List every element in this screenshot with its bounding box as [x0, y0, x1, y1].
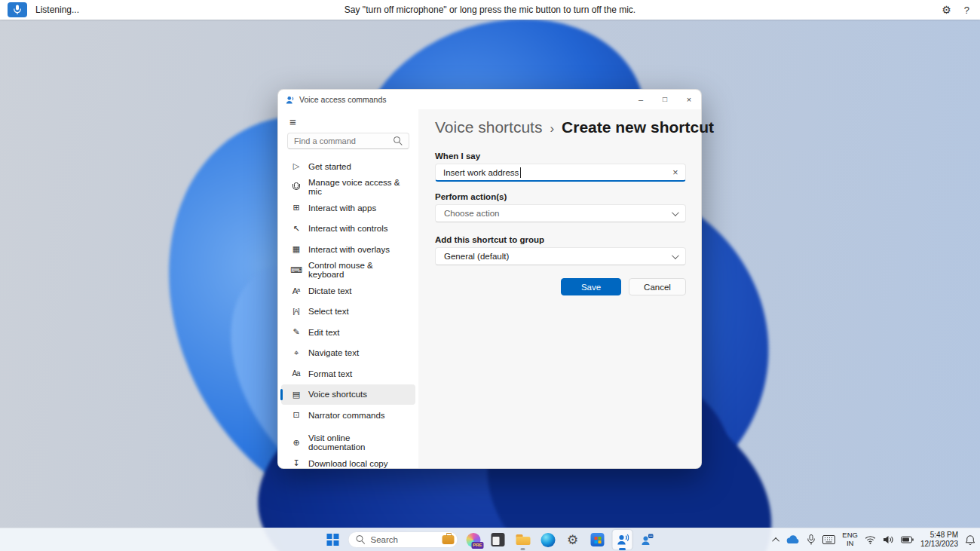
maximize-button[interactable]: □: [653, 90, 677, 109]
group-dropdown[interactable]: General (default): [435, 247, 686, 265]
sidebar-item-label: Interact with overlays: [308, 245, 390, 254]
sidebar-item-label: Download local copy: [308, 459, 387, 468]
taskbar-app-people-chat[interactable]: [638, 530, 657, 549]
sidebar-item-select-text[interactable]: [A] Select text: [281, 302, 415, 323]
when-i-say-input[interactable]: [436, 168, 666, 177]
breadcrumb: Voice shortcuts › Create new shortcut: [435, 118, 714, 136]
taskbar-app-store[interactable]: [588, 530, 608, 549]
apps-grid-icon: ⊞: [289, 203, 303, 213]
find-command-searchbox[interactable]: [287, 133, 409, 149]
date: 12/13/2023: [920, 540, 958, 549]
sidebar-item-label: Interact with apps: [308, 204, 376, 213]
desktop: Listening... Say "turn off microphone" o…: [0, 0, 980, 551]
listening-status: Listening...: [35, 5, 79, 15]
clear-text-icon[interactable]: ×: [666, 167, 685, 178]
sidebar-item-interact-apps[interactable]: ⊞ Interact with apps: [281, 197, 415, 219]
running-indicator: [521, 548, 525, 550]
taskbar: Search PRE ⚙: [0, 528, 980, 551]
volume-icon[interactable]: [883, 535, 894, 544]
window-titlebar: Voice access commands – □ ×: [278, 90, 701, 109]
sidebar-item-download-local-copy[interactable]: ↧ Download local copy: [281, 453, 415, 474]
voice-shortcuts-icon: ▤: [289, 390, 303, 399]
sidebar-item-get-started[interactable]: ▷ Get started: [281, 156, 415, 177]
edit-pencil-icon: ✎: [289, 327, 303, 337]
perform-actions-label: Perform action(s): [435, 192, 507, 201]
when-i-say-label: When I say: [435, 152, 480, 161]
mic-tray-icon[interactable]: [807, 534, 816, 545]
taskbar-app-voice-access[interactable]: [613, 530, 632, 549]
sidebar-item-online-documentation[interactable]: ⊕ Visit online documentation: [281, 433, 415, 454]
sidebar-item-label: Navigate text: [308, 348, 359, 357]
choose-action-dropdown[interactable]: Choose action: [435, 204, 686, 222]
text-caret: [520, 167, 521, 178]
time: 5:48 PM: [920, 531, 958, 540]
sidebar-item-control-mouse-keyboard[interactable]: ⌨ Control mouse & keyboard: [281, 260, 415, 281]
sidebar-item-label: Voice shortcuts: [308, 390, 367, 399]
breadcrumb-voice-shortcuts[interactable]: Voice shortcuts: [435, 118, 542, 136]
download-icon: ↧: [289, 458, 303, 468]
sidebar-item-interact-overlays[interactable]: ▦ Interact with overlays: [281, 239, 415, 260]
sidebar-item-interact-controls[interactable]: ↖ Interact with controls: [281, 219, 415, 240]
when-i-say-field[interactable]: ×: [435, 164, 686, 182]
tray-overflow-chevron-icon[interactable]: [772, 537, 779, 544]
search-highlight-icon: [443, 535, 455, 544]
voice-access-commands-window: Voice access commands – □ × ≡ ▷ Get star…: [277, 89, 702, 469]
wifi-icon[interactable]: [865, 535, 876, 544]
notification-bell-icon[interactable]: [965, 534, 975, 546]
language-bottom: IN: [842, 540, 858, 548]
settings-gear-icon: ⚙: [567, 534, 578, 546]
windows-logo-icon: [327, 534, 339, 546]
save-button[interactable]: Save: [561, 278, 621, 295]
window-title: Voice access commands: [299, 95, 387, 104]
clock[interactable]: 5:48 PM 12/13/2023: [920, 531, 958, 549]
sidebar-item-navigate-text[interactable]: ⌖ Navigate text: [281, 343, 415, 364]
taskbar-app-recorder[interactable]: [488, 530, 508, 549]
chevron-down-icon: [672, 252, 679, 259]
search-placeholder: Search: [371, 535, 437, 544]
taskbar-app-edge[interactable]: [538, 530, 558, 549]
touch-keyboard-icon[interactable]: [822, 535, 835, 544]
chevron-down-icon: [672, 209, 679, 216]
find-command-input[interactable]: [294, 136, 389, 145]
group-value: General (default): [444, 252, 509, 261]
choose-action-value: Choose action: [444, 209, 500, 218]
close-button[interactable]: ×: [677, 90, 701, 109]
sidebar-item-dictate-text[interactable]: Aᵃ Dictate text: [281, 280, 415, 302]
battery-icon[interactable]: [901, 536, 914, 543]
sidebar-item-manage-voice-access[interactable]: Manage voice access & mic: [281, 177, 415, 198]
sidebar-item-format-text[interactable]: Aa Format text: [281, 363, 415, 384]
sidebar-item-label: Control mouse & keyboard: [308, 261, 409, 279]
settings-gear-icon[interactable]: ⚙: [942, 5, 951, 15]
edge-browser-icon: [541, 533, 555, 547]
minimize-button[interactable]: –: [629, 90, 653, 109]
sidebar-item-label: Visit online documentation: [308, 433, 409, 452]
system-tray: ENG IN 5:48 PM 12/13/2023: [774, 528, 975, 551]
hamburger-menu-icon[interactable]: ≡: [289, 116, 418, 127]
page-title: Create new shortcut: [562, 118, 714, 136]
create-shortcut-page: Voice shortcuts › Create new shortcut Wh…: [418, 109, 701, 468]
help-icon[interactable]: ?: [964, 5, 969, 15]
taskbar-app-file-explorer[interactable]: [513, 530, 533, 549]
cancel-button[interactable]: Cancel: [629, 278, 686, 295]
narrator-icon: ⊡: [289, 410, 303, 420]
start-button[interactable]: [323, 530, 343, 549]
overlay-grid-icon: ▦: [289, 244, 303, 254]
voice-access-hint: Say "turn off microphone" or long press …: [345, 5, 635, 15]
dictate-icon: Aᵃ: [289, 286, 303, 295]
sidebar-item-label: Manage voice access & mic: [308, 178, 409, 196]
taskbar-app-preview[interactable]: PRE: [464, 530, 483, 549]
microphone-button[interactable]: [8, 2, 27, 17]
onedrive-cloud-icon[interactable]: [786, 535, 800, 544]
sidebar-item-label: Format text: [308, 369, 352, 378]
taskbar-app-settings[interactable]: ⚙: [563, 530, 583, 549]
format-text-icon: Aa: [289, 369, 303, 378]
taskbar-search[interactable]: Search: [348, 531, 458, 548]
mic-icon: [289, 182, 303, 192]
sidebar-item-voice-shortcuts[interactable]: ▤ Voice shortcuts: [281, 384, 415, 406]
sidebar-item-edit-text[interactable]: ✎ Edit text: [281, 322, 415, 343]
preview-app-icon: PRE: [466, 533, 480, 547]
add-to-group-label: Add this shortcut to group: [435, 235, 544, 244]
language-indicator[interactable]: ENG IN: [842, 531, 858, 548]
search-icon: [394, 136, 403, 145]
sidebar-item-narrator-commands[interactable]: ⊡ Narrator commands: [281, 405, 415, 426]
